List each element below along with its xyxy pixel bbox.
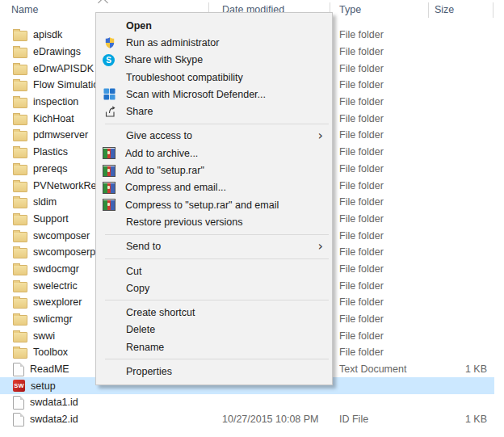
icon-spacer — [103, 265, 116, 278]
menu-item-add-to-setup-rar[interactable]: Add to "setup.rar" — [96, 162, 332, 179]
document-icon — [13, 363, 24, 376]
folder-icon — [13, 115, 27, 125]
submenu-arrow-icon: › — [318, 129, 323, 142]
menu-item-scan-with-microsoft-defender[interactable]: Scan with Microsoft Defender... — [96, 86, 332, 103]
folder-icon — [13, 315, 27, 326]
column-header-size[interactable]: Size — [435, 4, 454, 15]
icon-spacer — [103, 129, 116, 142]
file-size — [436, 294, 487, 311]
folder-icon — [13, 65, 27, 75]
file-type: File folder — [339, 327, 426, 344]
file-name-label: Flow Simulation — [33, 79, 104, 90]
file-type: File folder — [339, 77, 426, 94]
file-size — [436, 44, 487, 61]
file-explorer-window: Name Date modified Type Size apisdk File… — [0, 0, 504, 437]
menu-item-delete[interactable]: Delete — [96, 321, 332, 338]
file-name-label: prereqs — [33, 163, 67, 174]
file-name-label: swexplorer — [33, 296, 82, 308]
column-header-name[interactable]: Name — [11, 4, 38, 15]
winrar-icon — [103, 199, 116, 211]
menu-item-label: Open — [126, 20, 152, 32]
folder-icon — [13, 348, 27, 359]
winrar-icon — [103, 182, 116, 194]
file-name-label: apisdk — [33, 29, 62, 40]
file-type: File folder — [339, 311, 426, 328]
file-type: File folder — [339, 127, 426, 144]
menu-item-label: Compress to "setup.rar" and email — [125, 200, 279, 211]
file-size — [436, 27, 487, 44]
menu-separator — [105, 359, 329, 359]
menu-item-label: Delete — [126, 324, 155, 335]
menu-separator — [105, 300, 329, 300]
folder-icon — [13, 131, 27, 141]
column-header-type[interactable]: Type — [339, 4, 361, 15]
menu-item-share[interactable]: Share — [96, 103, 332, 120]
folder-icon — [13, 248, 27, 258]
menu-item-rename[interactable]: Rename — [96, 338, 332, 355]
file-name-label: KichHoat — [33, 113, 74, 124]
menu-item-add-to-archive[interactable]: Add to archive... — [96, 145, 332, 162]
menu-item-label: Add to archive... — [125, 148, 198, 159]
menu-item-troubleshoot-compatibility[interactable]: Troubleshoot compatibility — [96, 69, 332, 86]
file-name-label: swwi — [33, 330, 55, 342]
file-size — [436, 327, 487, 344]
file-name-label: pdmwserver — [33, 129, 88, 141]
icon-spacer — [103, 341, 116, 354]
file-type: File folder — [339, 161, 426, 178]
menu-item-open[interactable]: Open — [96, 17, 332, 34]
file-name-label: setup — [31, 380, 56, 392]
folder-icon — [13, 332, 27, 342]
file-row[interactable]: swdata2.id 10/27/2015 10:08 PM ID File 1… — [0, 411, 494, 428]
folder-icon — [13, 282, 27, 292]
file-type: File folder — [339, 344, 426, 361]
menu-item-share-with-skype[interactable]: S Share with Skype — [96, 52, 332, 69]
submenu-arrow-icon: › — [318, 240, 323, 253]
document-icon — [13, 396, 24, 410]
file-name-label: Plastics — [33, 146, 68, 158]
menu-item-give-access-to[interactable]: Give access to › — [96, 128, 332, 145]
folder-icon — [13, 98, 27, 108]
file-type: File folder — [339, 60, 426, 77]
menu-item-label: Scan with Microsoft Defender... — [126, 89, 266, 100]
menu-item-cut[interactable]: Cut — [96, 263, 332, 279]
menu-item-label: Cut — [126, 266, 141, 277]
menu-item-label: Troubleshoot compatibility — [126, 72, 243, 83]
folder-icon — [13, 182, 27, 192]
folder-icon — [13, 31, 27, 41]
menu-separator — [105, 124, 329, 124]
file-size — [436, 110, 487, 127]
folder-icon — [13, 298, 27, 309]
file-size — [436, 177, 487, 194]
file-name-label: Toolbox — [33, 347, 68, 358]
menu-item-create-shortcut[interactable]: Create shortcut — [96, 304, 332, 321]
menu-item-run-as-administrator[interactable]: Run as administrator — [96, 34, 332, 51]
menu-item-compress-and-email[interactable]: Compress and email... — [96, 179, 332, 196]
menu-separator — [105, 258, 329, 259]
folder-icon — [13, 81, 27, 91]
menu-item-label: Run as administrator — [126, 37, 219, 48]
icon-spacer — [103, 365, 116, 378]
menu-item-properties[interactable]: Properties — [96, 363, 332, 380]
column-divider[interactable] — [493, 2, 494, 18]
file-row[interactable]: swdata1.id — [0, 394, 494, 411]
folder-icon — [13, 215, 27, 225]
menu-item-label: Give access to — [126, 130, 192, 141]
file-size — [436, 261, 487, 278]
menu-item-label: Send to — [126, 241, 161, 252]
column-divider[interactable] — [428, 2, 429, 18]
file-type: File folder — [339, 144, 426, 161]
menu-item-copy[interactable]: Copy — [96, 279, 332, 296]
folder-icon — [13, 165, 27, 175]
menu-item-label: Compress and email... — [125, 182, 226, 193]
file-size — [436, 77, 487, 94]
file-type: File folder — [339, 110, 426, 127]
menu-item-send-to[interactable]: Send to › — [96, 238, 332, 255]
menu-item-restore-previous-versions[interactable]: Restore previous versions — [96, 213, 332, 230]
menu-item-label: Rename — [126, 342, 164, 353]
menu-item-compress-to-setup-rar-and-email[interactable]: Compress to "setup.rar" and email — [96, 196, 332, 213]
file-type: File folder — [339, 244, 426, 261]
file-size — [436, 60, 487, 77]
file-size — [436, 277, 487, 294]
file-type: File folder — [339, 44, 426, 61]
file-name-label: swdocmgr — [33, 263, 79, 275]
